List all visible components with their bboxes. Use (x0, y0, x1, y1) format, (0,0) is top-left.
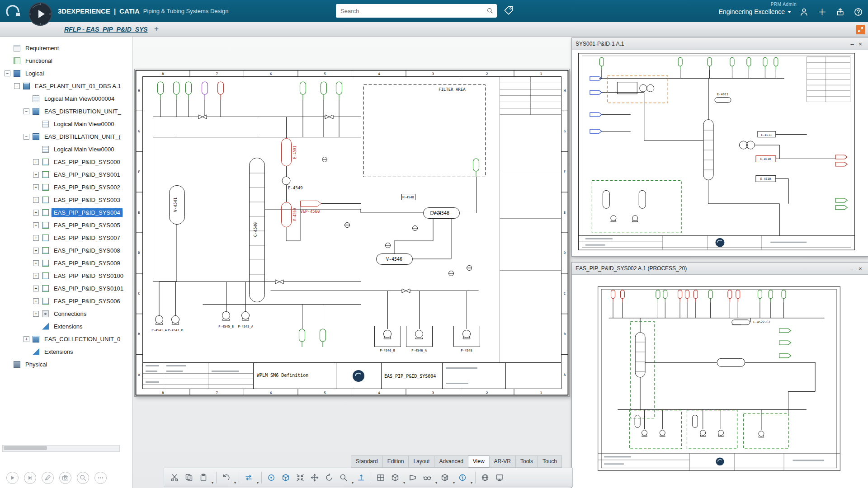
tree-item[interactable]: +EAS_PIP_P&ID_SYS000 (0, 155, 132, 168)
collapse-icon[interactable]: − (5, 70, 10, 76)
tree-item-label[interactable]: Logical (23, 69, 46, 78)
tree-item-label[interactable]: EAS_PIP_P&ID_SYS006 (52, 297, 123, 305)
expand-icon[interactable]: + (33, 248, 39, 253)
tree-item-label[interactable]: EAS_PIP_P&ID_SYS008 (52, 246, 123, 255)
window-body[interactable]: E-4522-C2 (572, 275, 868, 488)
iso-view-button[interactable] (279, 471, 292, 484)
tree-item[interactable]: +EAS_PIP_P&ID_SYS009 (0, 257, 132, 269)
expand-icon[interactable]: + (33, 197, 39, 203)
more-button[interactable] (94, 472, 107, 484)
screen-button[interactable] (493, 471, 506, 484)
collab-space-selector[interactable]: Engineering Excellence (719, 8, 791, 15)
floating-window-sys001[interactable]: SYS001-P&ID-1 A.1 – × (571, 38, 868, 257)
update-dropdown-caret-icon[interactable]: ▾ (257, 481, 259, 487)
play-button[interactable] (6, 472, 19, 484)
tree-item[interactable]: +EAS_PIP_P&ID_SYS008 (0, 244, 132, 257)
cut-button[interactable] (168, 471, 181, 484)
tree-item[interactable]: +EAS_PIP_P&ID_SYS006 (0, 295, 132, 307)
help-icon[interactable] (853, 6, 863, 17)
tree-item[interactable]: +EAS_PIP_P&ID_SYS007 (0, 231, 132, 244)
undo-button[interactable] (219, 471, 233, 484)
tree-item-label[interactable]: Connections (52, 310, 89, 318)
tree-horizontal-scrollbar[interactable] (2, 445, 120, 452)
expand-icon[interactable]: + (33, 159, 39, 165)
tree-item-label[interactable]: EAS_PIP_P&ID_SYS002 (52, 183, 123, 192)
dassault-3ds-logo-icon[interactable] (4, 3, 23, 19)
paste-button[interactable] (197, 471, 210, 484)
pid-drawing-sys001[interactable]: E-4011 E-4511 E-4610 E-4510 (572, 50, 868, 256)
tree-item-label[interactable]: Functional (23, 56, 55, 65)
3dexperience-compass-icon[interactable] (28, 2, 52, 26)
tree-item[interactable]: −EAS_DISTRIBUTION_UNIT_ (0, 105, 132, 117)
search-scene-button[interactable] (77, 472, 89, 484)
search-input[interactable] (336, 8, 483, 14)
undo-dropdown-caret-icon[interactable]: ▾ (234, 481, 236, 487)
tree-item-label[interactable]: EAS_PLANT_UNIT_01_DBS A.1 (33, 82, 123, 90)
tree-item-label[interactable]: EAS_PIP_P&ID_SYS005 (52, 221, 123, 230)
expand-icon[interactable]: + (33, 210, 39, 216)
tree-item[interactable]: Requirement (0, 42, 132, 54)
expand-icon[interactable]: + (33, 273, 39, 279)
ribbon-tab-ar-vr[interactable]: AR-VR (489, 455, 515, 468)
tree-item-label[interactable]: EAS_PIP_P&ID_SYS009 (52, 259, 123, 267)
tree-item[interactable]: +EAS_PIP_P&ID_SYS0101 (0, 282, 132, 295)
add-icon[interactable] (816, 6, 827, 17)
rotate-button[interactable] (322, 471, 336, 484)
tree-item[interactable]: +EAS_PIP_P&ID_SYS001 (0, 168, 132, 181)
search-icon[interactable] (483, 4, 497, 18)
expand-icon[interactable]: + (33, 286, 39, 291)
zoom-dropdown-caret-icon[interactable]: ▾ (352, 481, 354, 487)
collapse-icon[interactable]: − (24, 134, 29, 140)
fit-all-button[interactable] (293, 471, 307, 484)
see-through-dropdown-caret-icon[interactable]: ▾ (435, 481, 437, 487)
pid-drawing-sys004[interactable]: 8877665544332211HHGGFFEEDDCCBBAA FILTER … (135, 69, 569, 396)
tree-item-label[interactable]: EAS_PIP_P&ID_SYS000 (52, 158, 123, 166)
tree-item-label[interactable]: Logical Main View0000 (52, 120, 116, 128)
tree-item[interactable]: +EAS_PIP_P&ID_SYS005 (0, 219, 132, 231)
restore-layout-button[interactable] (856, 25, 865, 34)
environment-button[interactable] (478, 471, 492, 484)
tree-item[interactable]: Extensions (0, 320, 132, 333)
tree-item-label[interactable]: EAS_PIP_P&ID_SYS004 (52, 208, 123, 217)
expand-icon[interactable]: + (33, 260, 39, 266)
tree-item-label[interactable]: Extensions (52, 322, 85, 331)
tree-item[interactable]: +EAS_PIP_P&ID_SYS004 (0, 206, 132, 219)
view-modes-button[interactable] (388, 471, 402, 484)
forward-button[interactable] (24, 472, 36, 484)
tree-item[interactable]: Functional (0, 54, 132, 67)
tree-item[interactable]: +EAS_PIP_P&ID_SYS003 (0, 193, 132, 206)
tree-item[interactable]: +EAS_COLLECTION_UNIT_0 (0, 333, 132, 345)
ribbon-tab-advanced[interactable]: Advanced (434, 455, 467, 468)
tree-item-label[interactable]: EAS_PIP_P&ID_SYS001 (52, 170, 123, 179)
tree-item[interactable]: Logical Main View0000 (0, 143, 132, 155)
pid-sheet-sys004[interactable]: 8877665544332211HHGGFFEEDDCCBBAA FILTER … (135, 69, 569, 396)
ribbon-tab-view[interactable]: View (468, 455, 489, 468)
tree-item-label[interactable]: Logical Main View0000004 (42, 94, 117, 103)
ribbon-tab-touch[interactable]: Touch (538, 455, 562, 468)
minimize-button[interactable]: – (848, 40, 856, 48)
paste-dropdown-caret-icon[interactable]: ▾ (212, 481, 213, 487)
tree-item-label[interactable]: EAS_DISTILLATION_UNIT_( (42, 132, 123, 141)
tree-item[interactable]: Extensions (0, 345, 132, 358)
expand-icon[interactable]: + (33, 222, 39, 228)
ribbon-tab-layout[interactable]: Layout (408, 455, 434, 468)
shaded-dropdown-caret-icon[interactable]: ▾ (453, 481, 455, 487)
perspective-button[interactable] (406, 471, 420, 484)
pid-drawing-sys002[interactable]: E-4522-C2 (572, 275, 868, 488)
expand-icon[interactable]: + (24, 336, 29, 342)
normal-view-button[interactable] (354, 471, 368, 484)
active-document-tab[interactable]: RFLP - EAS_PIP_P&ID_SYS (64, 22, 148, 36)
new-tab-button[interactable]: + (151, 23, 162, 34)
tree-item[interactable]: Physical (0, 358, 132, 371)
close-button[interactable]: × (856, 40, 864, 48)
expand-icon[interactable]: + (33, 172, 39, 178)
tree-item-label[interactable]: EAS_COLLECTION_UNIT_0 (42, 335, 123, 343)
ribbon-tab-tools[interactable]: Tools (515, 455, 538, 468)
zoom-button[interactable] (337, 471, 350, 484)
tree-item[interactable]: +EAS_PIP_P&ID_SYS0100 (0, 269, 132, 282)
tree-item-label[interactable]: EAS_PIP_P&ID_SYS007 (52, 234, 123, 242)
tree-item-label[interactable]: EAS_PIP_P&ID_SYS0101 (52, 284, 126, 293)
floating-window-sys002[interactable]: EAS_PIP_P&ID_SYS002 A.1 (PROCESS_20) – × (571, 262, 868, 488)
sectioning-dropdown-caret-icon[interactable]: ▾ (471, 481, 472, 487)
collapse-icon[interactable]: − (24, 108, 29, 114)
